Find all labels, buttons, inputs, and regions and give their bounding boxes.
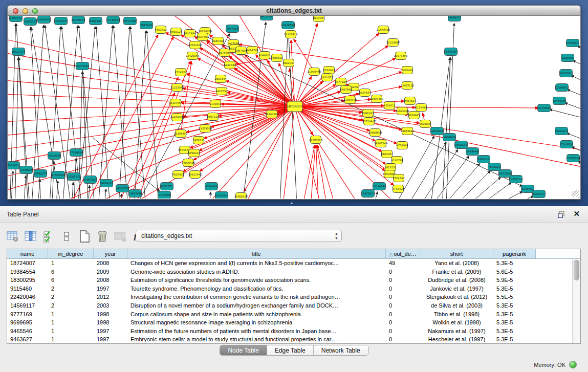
- table-scrollbar[interactable]: [572, 259, 580, 343]
- table-settings-icon[interactable]: [7, 230, 19, 243]
- new-table-icon[interactable]: [78, 230, 91, 243]
- network-node[interactable]: 9560124: [170, 28, 182, 36]
- table-row[interactable]: 2242004622012Investigating the contribut…: [7, 293, 572, 301]
- network-node[interactable]: 12942737: [34, 170, 47, 178]
- network-node[interactable]: 15136141: [373, 183, 386, 190]
- network-node[interactable]: 9227341: [560, 70, 573, 77]
- network-node[interactable]: 18807249: [374, 140, 387, 147]
- network-node[interactable]: 2718120: [175, 69, 186, 76]
- network-edge[interactable]: [37, 179, 40, 199]
- network-edge[interactable]: [316, 145, 319, 199]
- network-node[interactable]: 9170041: [209, 100, 221, 108]
- network-node[interactable]: 11990448: [308, 68, 321, 76]
- network-edge[interactable]: [573, 60, 580, 71]
- network-node[interactable]: 7986322: [362, 110, 374, 117]
- minimize-window-icon[interactable]: [23, 8, 28, 14]
- network-node[interactable]: 9822037: [282, 59, 294, 67]
- network-node[interactable]: 9184067: [381, 150, 393, 158]
- network-node[interactable]: 17359924: [70, 149, 83, 157]
- network-node[interactable]: 19654085: [170, 114, 184, 121]
- network-node[interactable]: 9245652: [521, 185, 534, 193]
- network-node[interactable]: 8113054: [313, 16, 325, 22]
- network-node[interactable]: 8413054: [260, 16, 273, 20]
- network-node[interactable]: 9756928: [396, 142, 408, 149]
- network-edge[interactable]: [82, 37, 173, 199]
- network-node[interactable]: 19384554: [309, 136, 323, 144]
- network-node[interactable]: 9242848: [224, 61, 235, 69]
- network-node[interactable]: 11875334: [567, 155, 580, 162]
- table-row[interactable]: 946362711997Embryonic stem cells: a mode…: [7, 335, 572, 343]
- network-node[interactable]: 9215958: [538, 104, 551, 112]
- network-node[interactable]: 7625402: [172, 171, 184, 179]
- network-edge[interactable]: [310, 145, 315, 199]
- network-node[interactable]: 9627509: [197, 33, 208, 41]
- network-node[interactable]: 19218586: [281, 21, 295, 29]
- network-node[interactable]: 13353554: [199, 125, 212, 133]
- float-panel-icon[interactable]: [557, 210, 565, 218]
- close-panel-icon[interactable]: ✕: [573, 209, 580, 218]
- network-node[interactable]: 20153346: [76, 62, 89, 70]
- network-node[interactable]: 9716485: [205, 183, 218, 190]
- column-header-name[interactable]: name: [7, 249, 48, 258]
- network-node[interactable]: 18300295: [265, 111, 278, 118]
- network-edge[interactable]: [415, 149, 458, 199]
- network-node[interactable]: 12213987: [386, 39, 400, 47]
- network-edge[interactable]: [98, 26, 113, 199]
- network-edge[interactable]: [71, 182, 73, 199]
- table-row[interactable]: 1872400712008Changes of HCN gene express…: [7, 259, 572, 268]
- network-node[interactable]: 12213363: [170, 84, 184, 92]
- delete-table-icon[interactable]: [96, 230, 108, 243]
- column-header-year[interactable]: year: [94, 249, 127, 258]
- network-edge[interactable]: [24, 176, 26, 199]
- network-node[interactable]: 7815526: [140, 21, 153, 29]
- network-edge[interactable]: [550, 110, 580, 121]
- network-node[interactable]: 8505011: [8, 162, 20, 169]
- network-node[interactable]: 22420046: [186, 52, 199, 60]
- network-node[interactable]: 9329966: [561, 54, 574, 62]
- network-node[interactable]: 15992971: [555, 127, 568, 135]
- network-node[interactable]: 10654112: [509, 176, 522, 183]
- network-edge[interactable]: [317, 145, 337, 199]
- network-node[interactable]: 9146821: [258, 52, 270, 59]
- column-header-short[interactable]: short: [420, 249, 493, 258]
- network-node[interactable]: 10807487: [370, 95, 383, 103]
- splitter-handle[interactable]: ▴: [291, 201, 293, 205]
- network-node[interactable]: 10025488: [396, 107, 409, 115]
- network-node[interactable]: 9463627: [404, 97, 416, 105]
- network-node[interactable]: 2522542: [393, 174, 404, 182]
- network-edge[interactable]: [118, 27, 129, 199]
- network-node[interactable]: 6734023: [323, 67, 335, 74]
- table-row[interactable]: 1456911722003Disruption of a novel membe…: [7, 301, 572, 310]
- network-edge[interactable]: [438, 163, 480, 199]
- network-node[interactable]: 10688609: [368, 129, 382, 137]
- network-node[interactable]: 9115460: [415, 104, 427, 112]
- network-node[interactable]: 20364436: [343, 96, 357, 104]
- network-node[interactable]: 12923448: [128, 190, 142, 198]
- network-node[interactable]: 8912934: [184, 30, 196, 37]
- network-node[interactable]: 16098313: [448, 16, 461, 21]
- network-node[interactable]: 3624554: [359, 89, 371, 97]
- memory-status-icon[interactable]: [569, 361, 577, 368]
- tab-network-table[interactable]: Network Table: [314, 345, 368, 355]
- network-node[interactable]: 8454749: [246, 47, 258, 54]
- network-node[interactable]: 2867110: [207, 113, 219, 121]
- network-window-titlebar[interactable]: citations_edges.txt: [7, 5, 581, 16]
- network-node[interactable]: 12444139: [553, 97, 566, 105]
- network-node[interactable]: 8938923: [443, 134, 456, 141]
- network-node[interactable]: 20206556: [48, 152, 61, 160]
- network-node[interactable]: 14099489: [182, 159, 195, 167]
- network-node[interactable]: 11545194: [52, 171, 66, 179]
- network-edge[interactable]: [564, 103, 580, 114]
- network-node[interactable]: 14055717: [24, 18, 37, 26]
- network-node[interactable]: 9777169: [335, 78, 346, 86]
- network-node[interactable]: 6497568: [340, 86, 352, 94]
- column-header-pagerank[interactable]: pagerank: [493, 249, 536, 258]
- network-node[interactable]: 16648784: [444, 48, 458, 56]
- network-node[interactable]: 7485063: [401, 67, 413, 74]
- select-columns-icon[interactable]: [25, 230, 37, 243]
- network-edge[interactable]: [8, 106, 295, 108]
- network-node[interactable]: 9466161: [90, 17, 102, 25]
- network-node[interactable]: 1733426: [392, 185, 404, 193]
- network-node[interactable]: 16517274: [12, 48, 26, 56]
- network-node[interactable]: 9657751: [161, 183, 173, 190]
